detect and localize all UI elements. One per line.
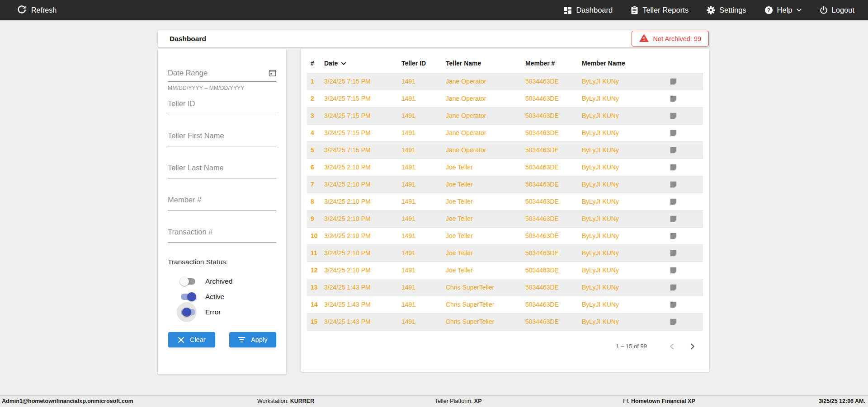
table-row[interactable]: 8 3/24/25 2:10 PM 1491 Joe Teller 503446… [307,193,703,210]
dashboard-icon [564,6,572,14]
note-icon[interactable] [670,164,703,171]
table-row[interactable]: 10 3/24/25 2:10 PM 1491 Joe Teller 50344… [307,227,703,244]
status-bar-datetime: 3/25/25 12:06 AM. [819,396,865,407]
nav-teller-reports[interactable]: Teller Reports [631,6,689,14]
table-header-row: # Date Teller ID Teller Name Member # Me… [307,54,703,73]
teller-first-name-input[interactable] [168,131,276,146]
table-row[interactable]: 6 3/24/25 2:10 PM 1491 Joe Teller 503446… [307,159,703,176]
note-icon[interactable] [670,267,703,274]
note-icon[interactable] [670,215,703,223]
archived-toggle[interactable] [180,277,196,286]
pagination-range-label: 1 – 15 of 99 [616,343,647,350]
col-header-actions [660,54,703,73]
table-body: 1 3/24/25 7:15 PM 1491 Jane Operator 503… [307,73,703,330]
col-header-member-name[interactable]: Member Name [582,54,660,73]
warning-icon [639,34,649,44]
gear-icon [707,6,715,14]
nav-teller-reports-label: Teller Reports [642,6,689,14]
active-toggle[interactable] [180,292,196,301]
help-icon: ? [764,6,773,14]
col-header-teller-id[interactable]: Teller ID [401,54,446,73]
table-row[interactable]: 3 3/24/25 7:15 PM 1491 Jane Operator 503… [307,107,703,124]
note-icon[interactable] [670,318,703,326]
nav-logout-label: Logout [832,6,854,14]
note-icon[interactable] [670,78,703,85]
table-row[interactable]: 13 3/24/25 1:43 PM 1491 Chris SuperTelle… [307,279,703,296]
calendar-icon [269,69,276,77]
table-row[interactable]: 2 3/24/25 7:15 PM 1491 Jane Operator 503… [307,90,703,107]
nav-settings[interactable]: Settings [707,6,746,14]
workstation-info: Workstation: KURRER [257,396,314,407]
refresh-button[interactable]: Refresh [17,5,57,16]
clear-button-label: Clear [190,336,206,343]
note-icon[interactable] [670,232,703,240]
transaction-number-input[interactable] [168,227,276,243]
member-number-field-block [168,195,276,211]
active-toggle-row: Active [180,292,276,301]
col-header-member-num[interactable]: Member # [525,54,582,73]
clear-button[interactable]: Clear [168,332,215,347]
table-row[interactable]: 14 3/24/25 1:43 PM 1491 Chris SuperTelle… [307,296,703,313]
teller-platform-info: Teller Platform: XP [435,396,482,407]
calendar-button[interactable] [269,69,276,77]
page-header: Dashboard Not Archived: 99 [158,30,709,47]
table-row[interactable]: 11 3/24/25 2:10 PM 1491 Joe Teller 50344… [307,244,703,262]
col-header-teller-name[interactable]: Teller Name [446,54,525,73]
col-header-date[interactable]: Date [324,54,401,73]
chevron-left-icon [669,343,676,350]
transaction-status-toggles: Archived Active Error [180,277,276,317]
date-range-field-block: MM/DD/YYYY – MM/DD/YYYY [168,69,276,91]
refresh-icon [17,5,26,16]
filter-buttons: Clear Apply [168,332,276,347]
chevron-down-icon [797,9,802,12]
member-number-input[interactable] [168,195,276,211]
table-row[interactable]: 1 3/24/25 7:15 PM 1491 Jane Operator 503… [307,73,703,90]
note-icon[interactable] [670,129,703,137]
page-title: Dashboard [170,30,206,47]
apply-button[interactable]: Apply [229,332,277,347]
table-row[interactable]: 15 3/24/25 1:43 PM 1491 Chris SuperTelle… [307,313,703,330]
nav-help-label: Help [777,6,793,14]
sort-desc-icon [341,60,346,67]
top-bar: Refresh Dashboard Teller Reports Setting… [0,0,868,20]
nav-dashboard[interactable]: Dashboard [564,6,613,14]
note-icon[interactable] [670,112,703,120]
table-row[interactable]: 12 3/24/25 2:10 PM 1491 Joe Teller 50344… [307,262,703,279]
table-row[interactable]: 7 3/24/25 2:10 PM 1491 Joe Teller 503446… [307,176,703,193]
nav-help[interactable]: ? Help [764,6,802,14]
power-icon [820,6,828,14]
table-row[interactable]: 4 3/24/25 7:15 PM 1491 Jane Operator 503… [307,124,703,141]
teller-id-input[interactable] [168,98,276,114]
teller-last-name-input[interactable] [168,163,276,178]
nav-dashboard-label: Dashboard [576,6,613,14]
note-icon[interactable] [670,249,703,257]
svg-text:?: ? [767,7,770,14]
previous-page-button[interactable] [669,343,676,350]
nav-logout[interactable]: Logout [820,6,854,14]
note-icon[interactable] [670,181,703,188]
status-bar: Admin1@hometownfinancialxp.onmicrosoft.c… [0,395,868,407]
teller-last-name-field-block [168,163,276,178]
filter-icon [238,336,245,343]
not-archived-label: Not Archived: 99 [653,35,701,42]
logged-in-user: Admin1@hometownfinancialxp.onmicrosoft.c… [2,396,133,407]
note-icon[interactable] [670,284,703,291]
note-icon[interactable] [670,198,703,206]
error-toggle[interactable] [180,308,196,317]
note-icon[interactable] [670,146,703,154]
next-page-button[interactable] [689,343,696,350]
nav-settings-label: Settings [719,6,746,14]
table-row[interactable]: 5 3/24/25 7:15 PM 1491 Jane Operator 503… [307,141,703,159]
filter-panel: MM/DD/YYYY – MM/DD/YYYY Transaction Stat… [158,49,286,374]
error-toggle-label: Error [205,308,221,316]
archived-toggle-label: Archived [205,277,232,285]
note-icon[interactable] [670,95,703,103]
note-icon[interactable] [670,301,703,309]
not-archived-badge[interactable]: Not Archived: 99 [632,31,709,47]
date-range-input[interactable] [168,69,269,77]
col-header-num[interactable]: # [307,54,324,73]
table-row[interactable]: 9 3/24/25 2:10 PM 1491 Joe Teller 503446… [307,210,703,227]
pagination: 1 – 15 of 99 [307,343,696,350]
archived-toggle-row: Archived [180,277,276,286]
transactions-table: # Date Teller ID Teller Name Member # Me… [307,54,703,331]
